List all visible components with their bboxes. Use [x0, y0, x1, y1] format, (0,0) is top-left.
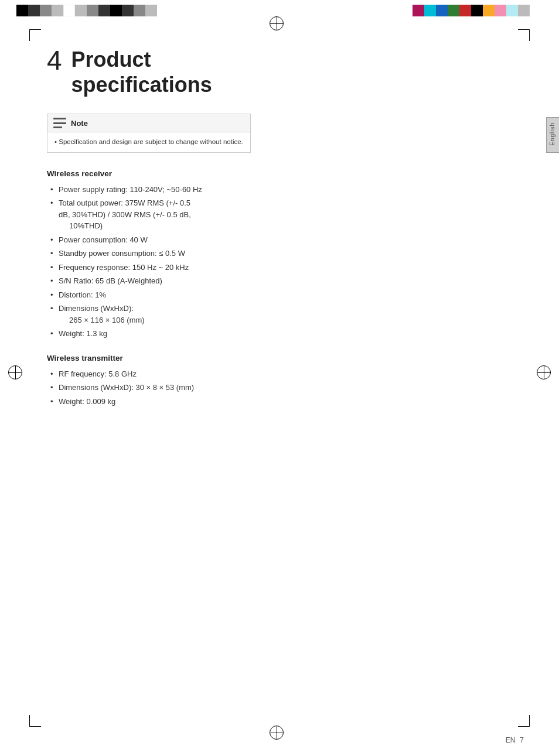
list-item: Total output power: 375W RMS (+/- 0.5dB,…: [47, 197, 524, 232]
list-item: Weight: 1.3 kg: [47, 328, 524, 340]
wireless-transmitter-section: Wireless transmitter RF frequency: 5.8 G…: [47, 354, 524, 408]
footer: EN 7: [506, 736, 524, 744]
reg-mark-top: [270, 16, 284, 30]
list-item: Dimensions (WxHxD): 265 × 116 × 106 (mm): [47, 303, 524, 326]
crop-mark: [518, 29, 530, 30]
crop-mark: [529, 715, 530, 727]
note-icon: [53, 118, 66, 128]
chapter-title-line1: Product: [71, 47, 212, 72]
list-item: Weight: 0.009 kg: [47, 396, 524, 408]
list-item: Frequency response: 150 Hz ~ 20 kHz: [47, 262, 524, 273]
footer-lang: EN: [506, 736, 516, 744]
wireless-receiver-list: Power supply rating: 110-240V; ~50-60 Hz…: [47, 184, 524, 340]
reg-mark-left: [8, 365, 22, 379]
list-item: Standby power consumption: ≤ 0.5 W: [47, 248, 524, 259]
wireless-transmitter-list: RF frequency: 5.8 GHz Dimensions (WxHxD)…: [47, 368, 524, 408]
note-text: Specification and design are subject to …: [59, 138, 243, 145]
side-tab-label: English: [549, 122, 555, 146]
list-item: Dimensions (WxHxD): 30 × 8 × 53 (mm): [47, 382, 524, 394]
chapter-title: Product specifications: [71, 47, 212, 97]
crop-mark: [29, 29, 30, 41]
color-bars-left: [16, 5, 157, 16]
note-label: Note: [71, 119, 88, 128]
list-item: Distortion: 1%: [47, 289, 524, 301]
footer-page: 7: [520, 736, 524, 744]
note-header: Note: [47, 114, 250, 132]
reg-mark-bottom: [270, 726, 284, 740]
main-content: 4 Product specifications Note • Specific…: [47, 47, 524, 721]
crop-mark: [529, 29, 530, 41]
list-item: S/N Ratio: 65 dB (A-Weighted): [47, 275, 524, 287]
chapter-number: 4: [47, 47, 62, 74]
crop-mark: [29, 715, 30, 727]
wireless-transmitter-title: Wireless transmitter: [47, 354, 524, 362]
list-item: RF frequency: 5.8 GHz: [47, 368, 524, 380]
list-item: Power supply rating: 110-240V; ~50-60 Hz: [47, 184, 524, 196]
wireless-receiver-title: Wireless receiver: [47, 169, 524, 178]
list-item: Power consumption: 40 W: [47, 234, 524, 246]
note-box: Note • Specification and design are subj…: [47, 114, 251, 152]
chapter-title-line2: specifications: [71, 72, 212, 97]
wireless-receiver-section: Wireless receiver Power supply rating: 1…: [47, 169, 524, 340]
note-content: • Specification and design are subject t…: [47, 132, 250, 152]
crop-mark: [29, 726, 41, 727]
side-tab: English: [546, 117, 559, 153]
color-bars-right: [413, 5, 530, 16]
reg-mark-right: [537, 365, 551, 379]
crop-mark: [29, 29, 41, 30]
crop-mark: [518, 726, 530, 727]
chapter-title-block: 4 Product specifications: [47, 47, 524, 97]
